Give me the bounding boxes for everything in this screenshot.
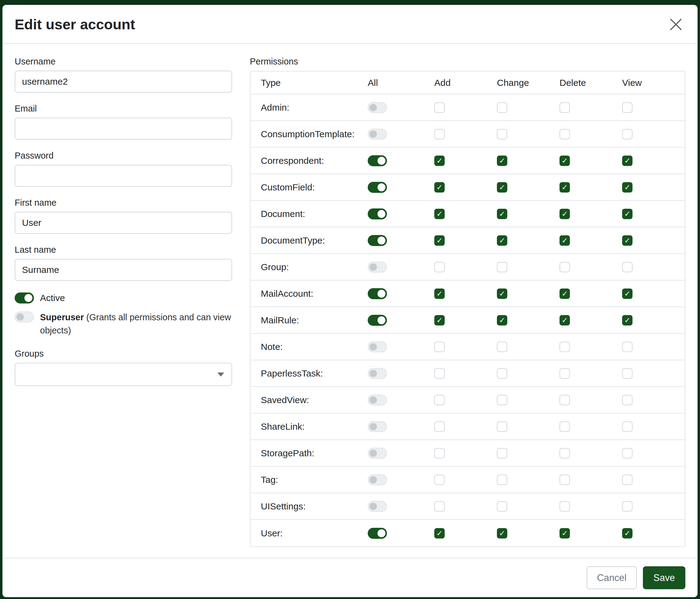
superuser-toggle[interactable] xyxy=(15,311,34,322)
permission-change-checkbox[interactable] xyxy=(497,182,507,193)
permission-view-checkbox[interactable] xyxy=(622,501,632,511)
permission-add-checkbox[interactable] xyxy=(434,129,445,139)
permission-add-checkbox[interactable] xyxy=(434,501,445,511)
permission-delete-checkbox[interactable] xyxy=(559,342,570,352)
permission-view-checkbox[interactable] xyxy=(622,315,632,326)
permission-all-toggle[interactable] xyxy=(368,394,387,406)
permission-all-toggle[interactable] xyxy=(368,368,387,379)
permission-view-checkbox[interactable] xyxy=(622,182,632,193)
permission-add-checkbox[interactable] xyxy=(434,155,445,166)
permission-change-checkbox[interactable] xyxy=(497,342,507,352)
last-name-input[interactable] xyxy=(15,259,232,281)
permission-all-toggle[interactable] xyxy=(368,501,387,512)
permission-add-checkbox[interactable] xyxy=(434,342,445,352)
permission-change-checkbox[interactable] xyxy=(497,235,507,246)
permission-change-checkbox[interactable] xyxy=(497,315,507,326)
permission-add-checkbox[interactable] xyxy=(434,262,445,272)
close-button[interactable] xyxy=(668,16,684,33)
permission-add-checkbox[interactable] xyxy=(434,475,445,485)
permission-change-checkbox[interactable] xyxy=(497,422,507,432)
permission-delete-checkbox[interactable] xyxy=(559,528,570,538)
permission-change-checkbox[interactable] xyxy=(497,395,507,405)
permission-delete-checkbox[interactable] xyxy=(559,129,570,139)
save-button[interactable]: Save xyxy=(643,566,685,589)
permission-change-checkbox[interactable] xyxy=(497,102,507,113)
permission-add-checkbox[interactable] xyxy=(434,422,445,432)
permission-delete-checkbox[interactable] xyxy=(559,102,570,113)
permission-view-checkbox[interactable] xyxy=(622,422,632,432)
permission-view-checkbox[interactable] xyxy=(622,129,632,139)
permission-view-checkbox[interactable] xyxy=(622,209,632,219)
permission-all-toggle[interactable] xyxy=(368,209,387,219)
permission-add-cell xyxy=(434,422,497,432)
permission-change-checkbox[interactable] xyxy=(497,262,507,272)
permission-all-toggle[interactable] xyxy=(368,102,387,113)
permission-all-toggle[interactable] xyxy=(368,129,387,140)
permission-delete-checkbox[interactable] xyxy=(559,368,570,379)
permission-change-checkbox[interactable] xyxy=(497,501,507,511)
permission-change-checkbox[interactable] xyxy=(497,528,507,538)
permission-delete-checkbox[interactable] xyxy=(559,288,570,299)
permission-change-checkbox[interactable] xyxy=(497,368,507,379)
permission-delete-checkbox[interactable] xyxy=(559,315,570,326)
permission-all-toggle[interactable] xyxy=(368,182,387,193)
permission-delete-checkbox[interactable] xyxy=(559,422,570,432)
permission-add-checkbox[interactable] xyxy=(434,182,445,193)
permission-delete-checkbox[interactable] xyxy=(559,262,570,272)
permission-change-checkbox[interactable] xyxy=(497,288,507,299)
permission-delete-checkbox[interactable] xyxy=(559,182,570,193)
permission-view-checkbox[interactable] xyxy=(622,528,632,538)
permission-change-checkbox[interactable] xyxy=(497,209,507,219)
username-input[interactable] xyxy=(15,71,232,93)
first-name-input[interactable] xyxy=(15,212,232,234)
permission-add-checkbox[interactable] xyxy=(434,315,445,326)
permission-delete-checkbox[interactable] xyxy=(559,235,570,246)
permission-row: Document: xyxy=(250,201,685,227)
password-input[interactable] xyxy=(15,165,232,187)
permission-add-checkbox[interactable] xyxy=(434,235,445,246)
permission-all-toggle[interactable] xyxy=(368,288,387,299)
permission-change-checkbox[interactable] xyxy=(497,155,507,166)
groups-select[interactable] xyxy=(15,363,232,386)
permission-view-checkbox[interactable] xyxy=(622,102,632,113)
permission-all-toggle[interactable] xyxy=(368,448,387,459)
permission-add-checkbox[interactable] xyxy=(434,395,445,405)
permission-delete-checkbox[interactable] xyxy=(559,475,570,485)
permission-view-checkbox[interactable] xyxy=(622,262,632,272)
permission-all-toggle[interactable] xyxy=(368,474,387,485)
permission-delete-checkbox[interactable] xyxy=(559,448,570,458)
permission-view-checkbox[interactable] xyxy=(622,288,632,299)
permission-view-checkbox[interactable] xyxy=(622,235,632,246)
permission-delete-checkbox[interactable] xyxy=(559,209,570,219)
permission-view-checkbox[interactable] xyxy=(622,368,632,379)
permission-all-toggle[interactable] xyxy=(368,528,387,539)
permission-view-checkbox[interactable] xyxy=(622,475,632,485)
permission-add-checkbox[interactable] xyxy=(434,528,445,538)
permission-view-checkbox[interactable] xyxy=(622,395,632,405)
permission-add-checkbox[interactable] xyxy=(434,448,445,458)
permission-add-checkbox[interactable] xyxy=(434,288,445,299)
permission-delete-checkbox[interactable] xyxy=(559,395,570,405)
permission-view-checkbox[interactable] xyxy=(622,155,632,166)
permission-change-checkbox[interactable] xyxy=(497,475,507,485)
permission-add-checkbox[interactable] xyxy=(434,102,445,113)
permission-change-checkbox[interactable] xyxy=(497,448,507,458)
permission-all-toggle[interactable] xyxy=(368,315,387,326)
active-toggle[interactable] xyxy=(15,292,34,304)
permission-add-cell xyxy=(434,182,497,193)
permission-type-label: UISettings: xyxy=(250,501,368,511)
email-input[interactable] xyxy=(15,118,232,140)
permission-view-checkbox[interactable] xyxy=(622,448,632,458)
permission-all-toggle[interactable] xyxy=(368,262,387,272)
permission-all-toggle[interactable] xyxy=(368,235,387,246)
permission-all-toggle[interactable] xyxy=(368,155,387,166)
permission-view-checkbox[interactable] xyxy=(622,342,632,352)
permission-delete-checkbox[interactable] xyxy=(559,155,570,166)
permission-add-checkbox[interactable] xyxy=(434,368,445,379)
permission-change-checkbox[interactable] xyxy=(497,129,507,139)
cancel-button[interactable]: Cancel xyxy=(587,566,637,589)
permission-add-checkbox[interactable] xyxy=(434,209,445,219)
permission-all-toggle[interactable] xyxy=(368,421,387,432)
permission-all-toggle[interactable] xyxy=(368,341,387,352)
permission-delete-checkbox[interactable] xyxy=(559,501,570,511)
